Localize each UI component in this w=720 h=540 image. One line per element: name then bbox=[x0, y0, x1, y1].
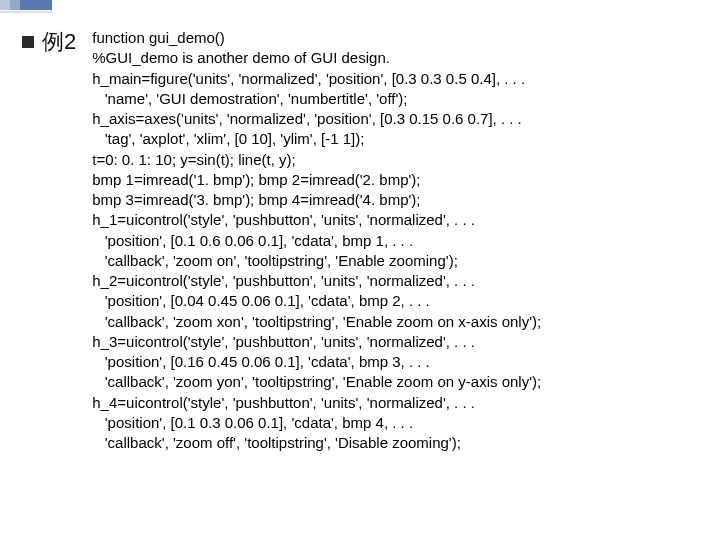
bullet: 例2 bbox=[22, 30, 76, 54]
code-block: function gui_demo() %GUI_demo is another… bbox=[86, 28, 541, 453]
content-row: 例2 function gui_demo() %GUI_demo is anot… bbox=[0, 28, 720, 453]
slide: 例2 function gui_demo() %GUI_demo is anot… bbox=[0, 0, 720, 540]
bullet-square-icon bbox=[22, 36, 34, 48]
heading-text: 例2 bbox=[42, 30, 76, 54]
slide-decoration bbox=[0, 0, 60, 22]
